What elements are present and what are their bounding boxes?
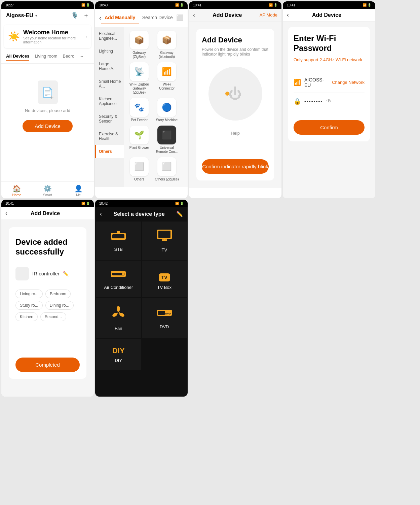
nav-smart[interactable]: ⚙️ Smart [32,184,63,197]
cat-small-home[interactable]: Small Home A... [95,75,124,93]
tab-all-devices[interactable]: All Devices [6,54,29,61]
device-others-zigbee[interactable]: ⬜ Others (ZigBee) [155,157,179,181]
status-icons-4: 📶 🔋 [363,3,371,7]
tab-add-manually[interactable]: Add Manually [101,11,139,24]
status-icons-5: 📶 🔋 [81,202,90,205]
device-type-ac[interactable]: Air Conditioner [96,261,141,297]
status-time-3: 10:41 [193,3,201,7]
device-categories: Electrical Enginee... Lighting Large Hom… [95,27,188,187]
nav-bar-5: ‹ Add Device [1,207,94,220]
nav-title-6: Select a device type [102,211,176,217]
scan-icon[interactable]: ⬜ [176,14,184,22]
screen3-body: Add Device Power on the device and confi… [189,22,281,188]
add-device-card-subtitle: Power on the device and confirm that ind… [202,47,269,57]
cat-others[interactable]: Others [95,145,124,158]
dvd-label: DVD [160,324,169,329]
device-pet-feeder[interactable]: 🐾 Pet Feeder [127,98,151,122]
device-wifi-connector[interactable]: 📶 Wi-Fi Connector [155,62,179,95]
room-chip-second[interactable]: Second... [40,312,66,321]
device-label-plant-grower: Plant Grower [129,146,149,150]
tabs-row: All Devices Living room Bedrc ··· [1,51,94,64]
device-type-fan[interactable]: Fan [96,298,141,338]
confirm-blink-button[interactable]: Confirm indicator rapidly blink [202,159,269,174]
me-nav-icon: 👤 [74,184,83,193]
home-title-row: Aigoss-EU ▾ [6,12,37,19]
add-icon[interactable]: ＋ [83,11,89,20]
welcome-text: Welcome Home Set your home location for … [23,29,82,44]
cat-security[interactable]: Security & Sensor [95,110,124,128]
tab-bedroom[interactable]: Bedrc [63,54,74,61]
tab-search-device[interactable]: Search Device [139,11,177,24]
device-row: IR controller ✏️ [15,264,80,284]
device-label-story-machine: Story Machine [156,118,178,122]
room-chip-study[interactable]: Study ro... [15,301,43,310]
device-gateway-zigbee[interactable]: 📦 Gateway (ZigBee) [127,31,151,59]
ap-mode-link[interactable]: AP Mode [260,12,277,18]
nav-home-label: Home [12,193,21,197]
device-grid: 📦 Gateway (ZigBee) 📦 Gateway (bluetooth)… [124,27,188,187]
device-thumbnail [15,267,29,280]
device-type-diy[interactable]: DIY DIY [96,339,141,370]
screen-select-device-type: 10:42 📶 🔋 ‹ Select a device type ✏️ [95,200,188,397]
status-bar-1: 10:27 📶 🔋 [1,1,94,9]
change-network-link[interactable]: Change Network [332,80,365,85]
ac-label: Air Conditioner [104,285,133,290]
room-chip-kitchen[interactable]: Kitchen [15,312,38,321]
cat-electrical[interactable]: Electrical Enginee... [95,27,124,45]
home-title: Aigoss-EU [6,12,33,19]
device-label-others-zigbee: Others (ZigBee) [155,177,179,181]
room-chip-dining[interactable]: Dining ro... [45,301,74,310]
room-chip-bedroom[interactable]: Bedroom [45,290,71,298]
nav-title-5: Add Device [7,210,83,216]
nav-bar-4: ‹ Add Device [283,9,375,22]
device-name: IR controller [32,271,60,276]
device-icon-universal-remote: ⬛ [157,126,176,144]
status-bar-4: 10:41 📶 🔋 [283,1,375,9]
tab-living-room[interactable]: Living room [35,54,57,61]
wifi-card: Enter Wi-Fi Password Only support 2.4GHz… [288,27,370,141]
success-title: Device added successfully [15,237,80,257]
tvbox-label: TV Box [157,285,171,290]
nav-me[interactable]: 👤 Me [63,184,94,197]
device-type-tvbox[interactable]: TV TV Box [142,261,187,297]
welcome-subtitle: Set your home location for more informat… [23,36,82,44]
mic-icon[interactable]: 🎙️ [71,11,78,20]
nav-me-label: Me [76,193,81,197]
welcome-card[interactable]: ☀️ Welcome Home Set your home location f… [4,25,91,48]
cat-exercise[interactable]: Exercise & Health [95,128,124,145]
eye-icon[interactable]: 👁 [326,98,332,104]
wifi-confirm-button[interactable]: Confirm [294,120,365,135]
dropdown-arrow[interactable]: ▾ [35,14,37,18]
device-universal-remote[interactable]: ⬛ Universal Remote Con... [155,126,179,154]
svg-rect-6 [164,239,165,240]
device-type-tv[interactable]: TV [142,222,187,260]
tab-more[interactable]: ··· [80,54,83,61]
device-others[interactable]: ⬜ Others [127,157,151,181]
device-story-machine[interactable]: 🔵 Story Machine [155,98,179,122]
nav-bar-3: ‹ Add Device AP Mode [189,9,281,22]
edit-icon-6[interactable]: ✏️ [176,211,183,217]
edit-device-name-icon[interactable]: ✏️ [63,271,69,276]
dvd-icon: DVD [156,307,173,322]
room-chip-living[interactable]: Living ro... [15,290,43,298]
cat-lighting[interactable]: Lighting [95,45,124,58]
cat-kitchen[interactable]: Kitchen Appliance [95,93,124,110]
screen-add-device-ap: 10:41 📶 🔋 ‹ Add Device AP Mode Add Devic… [189,1,281,198]
stb-icon [110,230,126,244]
tvbox-icon: TV [159,268,170,282]
wifi-password-value: •••••••• [304,99,323,104]
device-type-stb[interactable]: STB [96,222,141,260]
device-wifi-zigbee[interactable]: 📡 Wi-Fi ZigBee Gateway (ZigBee) [127,62,151,95]
cat-large-home[interactable]: Large Home A... [95,58,124,75]
device-plant-grower[interactable]: 🌱 Plant Grower [127,126,151,154]
add-device-button[interactable]: Add Device [23,120,73,132]
completed-button[interactable]: Completed [15,358,80,372]
device-type-dvd[interactable]: DVD DVD [142,298,187,338]
tvbox-label-icon: TV [159,273,170,281]
fan-icon [111,305,126,323]
status-icons-6: 📶 🔋 [175,202,184,205]
bottom-nav: 🏠 Home ⚙️ Smart 👤 Me [1,181,94,198]
sun-icon: ☀️ [8,31,20,42]
device-gateway-bt[interactable]: 📦 Gateway (bluetooth) [155,31,179,59]
nav-home[interactable]: 🏠 Home [1,184,32,197]
